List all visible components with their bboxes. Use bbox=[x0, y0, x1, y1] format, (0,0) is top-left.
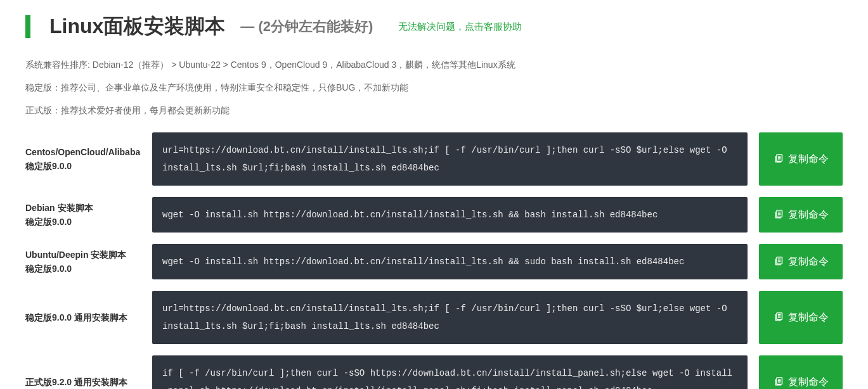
code-block: if [ -f /usr/bin/curl ];then curl -sSO h… bbox=[152, 355, 748, 389]
install-row: 稳定版9.0.0 通用安装脚本url=https://download.bt.c… bbox=[25, 291, 843, 344]
code-block: wget -O install.sh https://download.bt.c… bbox=[152, 244, 748, 279]
install-row: Ubuntu/Deepin 安装脚本稳定版9.0.0wget -O instal… bbox=[25, 244, 843, 279]
copy-icon bbox=[774, 311, 784, 324]
info-stable: 稳定版：推荐公司、企事业单位及生产环境使用，特别注重安全和稳定性，只修BUG，不… bbox=[25, 82, 843, 94]
install-row: Debian 安装脚本稳定版9.0.0wget -O install.sh ht… bbox=[25, 197, 843, 233]
page-subtitle: — (2分钟左右能装好) bbox=[240, 17, 373, 36]
help-link[interactable]: 无法解决问题，点击客服协助 bbox=[398, 21, 522, 33]
copy-button[interactable]: 复制命令 bbox=[759, 355, 843, 389]
row-label-line2: 稳定版9.0.0 bbox=[25, 262, 141, 276]
code-block: url=https://download.bt.cn/install/insta… bbox=[152, 132, 748, 186]
copy-icon bbox=[774, 153, 784, 166]
row-label-line2: 稳定版9.0.0 bbox=[25, 215, 141, 229]
install-row: 正式版9.2.0 通用安装脚本if [ -f /usr/bin/curl ];t… bbox=[25, 355, 843, 389]
row-label-line1: Debian 安装脚本 bbox=[25, 201, 141, 215]
row-label: Centos/OpenCloud/Alibaba稳定版9.0.0 bbox=[25, 132, 141, 186]
copy-button-label: 复制命令 bbox=[788, 153, 829, 166]
row-label: Debian 安装脚本稳定版9.0.0 bbox=[25, 197, 141, 233]
code-block: url=https://download.bt.cn/install/insta… bbox=[152, 291, 748, 344]
row-label: 稳定版9.0.0 通用安装脚本 bbox=[25, 291, 141, 344]
page-header: Linux面板安装脚本 — (2分钟左右能装好) 无法解决问题，点击客服协助 bbox=[25, 13, 843, 41]
code-block: wget -O install.sh https://download.bt.c… bbox=[152, 197, 748, 233]
info-release: 正式版：推荐技术爱好者使用，每月都会更新新功能 bbox=[25, 105, 843, 117]
copy-icon bbox=[774, 376, 784, 389]
copy-button[interactable]: 复制命令 bbox=[759, 291, 843, 344]
row-label-line1: Centos/OpenCloud/Alibaba bbox=[25, 145, 141, 159]
accent-bar bbox=[25, 15, 30, 38]
row-label: 正式版9.2.0 通用安装脚本 bbox=[25, 355, 141, 389]
row-label-line2: 稳定版9.0.0 bbox=[25, 159, 141, 173]
copy-button-label: 复制命令 bbox=[788, 376, 829, 389]
copy-button-label: 复制命令 bbox=[788, 255, 829, 269]
copy-button-label: 复制命令 bbox=[788, 208, 829, 222]
copy-button-label: 复制命令 bbox=[788, 311, 829, 324]
info-compatibility: 系统兼容性排序: Debian-12（推荐） > Ubuntu-22 > Cen… bbox=[25, 60, 843, 71]
copy-icon bbox=[774, 255, 784, 269]
copy-button[interactable]: 复制命令 bbox=[759, 244, 843, 279]
info-section: 系统兼容性排序: Debian-12（推荐） > Ubuntu-22 > Cen… bbox=[25, 60, 843, 117]
copy-button[interactable]: 复制命令 bbox=[759, 197, 843, 233]
install-row: Centos/OpenCloud/Alibaba稳定版9.0.0url=http… bbox=[25, 132, 843, 186]
row-label-line1: Ubuntu/Deepin 安装脚本 bbox=[25, 248, 141, 262]
row-label: Ubuntu/Deepin 安装脚本稳定版9.0.0 bbox=[25, 244, 141, 279]
page-title: Linux面板安装脚本 bbox=[49, 13, 225, 41]
install-scripts-list: Centos/OpenCloud/Alibaba稳定版9.0.0url=http… bbox=[25, 132, 843, 389]
row-label-line1: 正式版9.2.0 通用安装脚本 bbox=[25, 375, 141, 389]
copy-button[interactable]: 复制命令 bbox=[759, 132, 843, 186]
copy-icon bbox=[774, 208, 784, 222]
row-label-line1: 稳定版9.0.0 通用安装脚本 bbox=[25, 310, 141, 324]
